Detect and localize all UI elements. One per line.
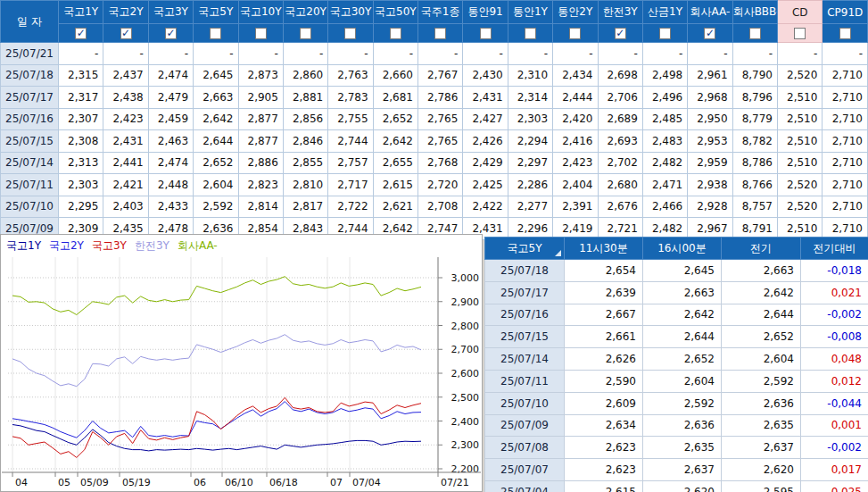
yield-value-cell: 2,427 [463,108,508,130]
series-checkbox-0[interactable] [75,28,87,39]
intraday-row[interactable]: 25/07/082,6232,6352,637-0,002 [485,437,868,459]
intraday-column-header-4[interactable]: 전기대비 [801,238,868,260]
checkbox-cell [823,24,868,43]
checkbox-cell [103,24,148,43]
yield-value-cell: - [823,43,868,65]
column-header-11[interactable]: 통안2Y [553,1,598,24]
yield-value-cell: 8,766 [732,174,777,196]
series-checkbox-10[interactable] [525,28,536,39]
x-axis-label: 05/19 [122,477,151,488]
column-header-2[interactable]: 국고3Y [148,1,193,24]
yield-value-cell: - [732,43,777,65]
intraday-row[interactable]: 25/07/102,6092,5922,636-0,044 [485,392,868,414]
column-header-5[interactable]: 국고20Y [283,1,327,24]
yield-value-cell: 2,314 [508,87,552,109]
series-checkbox-13[interactable] [659,28,671,39]
value-cell: 2,645 [643,260,722,282]
column-header-15[interactable]: 회사BBB- [732,1,777,24]
series-checkbox-5[interactable] [300,28,311,39]
value-cell: 2,636 [643,414,722,437]
legend-item: 국고3Y [92,239,127,252]
intraday-row[interactable]: 25/07/142,6262,6522,6040,048 [485,348,868,371]
yield-value-cell: 2,444 [553,87,598,109]
date-cell: 25/07/17 [1,87,59,109]
series-checkbox-7[interactable] [390,28,401,39]
series-checkbox-17[interactable] [839,28,851,39]
yield-value-cell: 2,615 [373,174,417,196]
column-header-14[interactable]: 회사AA- [688,1,732,24]
column-header-1[interactable]: 국고2Y [103,1,148,24]
yield-value-cell: - [194,43,238,65]
series-checkbox-16[interactable] [794,28,806,39]
yield-row[interactable]: 25/07/152,3082,4312,4632,6442,8772,8462,… [1,130,868,153]
yield-value-cell: - [59,43,103,65]
intraday-column-header-1[interactable]: 11시30분 [565,238,643,260]
series-checkbox-8[interactable] [434,28,446,39]
column-header-12[interactable]: 한전3Y [598,1,642,24]
intraday-column-header-3[interactable]: 전기 [722,238,801,260]
yield-row[interactable]: 25/07/21------------------ [1,43,868,65]
value-cell: 2,635 [643,437,722,459]
legend-item: 회사AA- [178,239,218,252]
change-cell: 0,001 [801,414,868,437]
yield-row[interactable]: 25/07/162,3072,4232,4592,6422,8772,8562,… [1,108,868,130]
yield-row[interactable]: 25/07/112,3032,4212,4482,6042,8232,8102,… [1,174,868,196]
yield-value-cell: 2,905 [238,87,283,109]
series-checkbox-4[interactable] [255,28,267,39]
yield-value-cell: 2,286 [508,174,552,196]
column-header-8[interactable]: 국주1종 [418,1,463,24]
column-header-17[interactable]: CP91D [823,1,868,24]
column-header-6[interactable]: 국고30Y [328,1,373,24]
intraday-column-header-0[interactable]: 국고5Y [485,238,565,260]
yield-value-cell: 2,482 [642,152,687,174]
yield-value-cell: 2,755 [328,108,373,130]
intraday-row[interactable]: 25/07/172,6392,6632,6420,021 [485,281,868,304]
yield-value-cell: 2,404 [553,174,598,196]
yield-row[interactable]: 25/07/182,3152,4372,4742,6452,8732,8602,… [1,64,868,87]
series-checkbox-2[interactable] [165,28,177,39]
y-axis-label: 2,600 [451,368,480,379]
column-header-3[interactable]: 국고5Y [194,1,238,24]
yield-value-cell: - [688,43,732,65]
yield-value-cell: 2,391 [553,196,598,218]
intraday-row[interactable]: 25/07/092,6342,6362,6350,001 [485,414,868,437]
series-checkbox-14[interactable] [704,28,715,39]
intraday-row[interactable]: 25/07/042,6152,6202,5950,025 [485,480,868,492]
yield-value-cell: 2,765 [418,130,463,153]
column-header-16[interactable]: CD [778,1,823,24]
intraday-row[interactable]: 25/07/162,6672,6422,644-0,002 [485,304,868,326]
yield-row[interactable]: 25/07/102,2952,4032,4332,5922,8142,8172,… [1,196,868,218]
series-checkbox-15[interactable] [749,28,761,39]
date-cell: 25/07/18 [1,64,59,87]
y-axis-label: 2,800 [451,321,480,332]
series-checkbox-3[interactable] [210,28,221,39]
intraday-row[interactable]: 25/07/112,5902,6042,5920,012 [485,370,868,392]
yield-value-cell: 2,317 [59,87,103,109]
yield-value-cell: 2,463 [148,130,193,153]
intraday-column-header-2[interactable]: 16시00분 [643,238,722,260]
yield-value-cell: 2,485 [642,108,687,130]
intraday-row[interactable]: 25/07/072,6232,6372,6200,017 [485,459,868,481]
yield-value-cell: 2,710 [823,174,868,196]
column-header-10[interactable]: 통안1Y [508,1,552,24]
yield-value-cell: 8,779 [732,108,777,130]
series-checkbox-9[interactable] [480,28,492,39]
column-header-0[interactable]: 국고1Y [59,1,103,24]
date-cell: 25/07/15 [485,326,565,348]
date-column-header: 일 자 [1,1,59,43]
yield-row[interactable]: 25/07/142,3132,4412,4742,6522,8862,8552,… [1,152,868,174]
bond-yield-terminal: { "top_table": { "date_header": "일 자", "… [0,0,868,492]
column-header-13[interactable]: 산금1Y [642,1,687,24]
series-checkbox-12[interactable] [615,28,626,39]
intraday-row[interactable]: 25/07/182,6542,6452,663-0,018 [485,260,868,282]
series-checkbox-6[interactable] [344,28,356,39]
series-checkbox-1[interactable] [120,28,132,39]
series-checkbox-11[interactable] [569,28,581,39]
column-header-9[interactable]: 통안91 [463,1,508,24]
legend-item: 국고1Y [6,239,41,252]
yield-value-cell: 2,710 [823,130,868,153]
column-header-7[interactable]: 국고50Y [373,1,417,24]
yield-row[interactable]: 25/07/172,3172,4382,4792,6632,9052,8812,… [1,87,868,109]
intraday-row[interactable]: 25/07/152,6612,6442,652-0,008 [485,326,868,348]
column-header-4[interactable]: 국고10Y [238,1,283,24]
